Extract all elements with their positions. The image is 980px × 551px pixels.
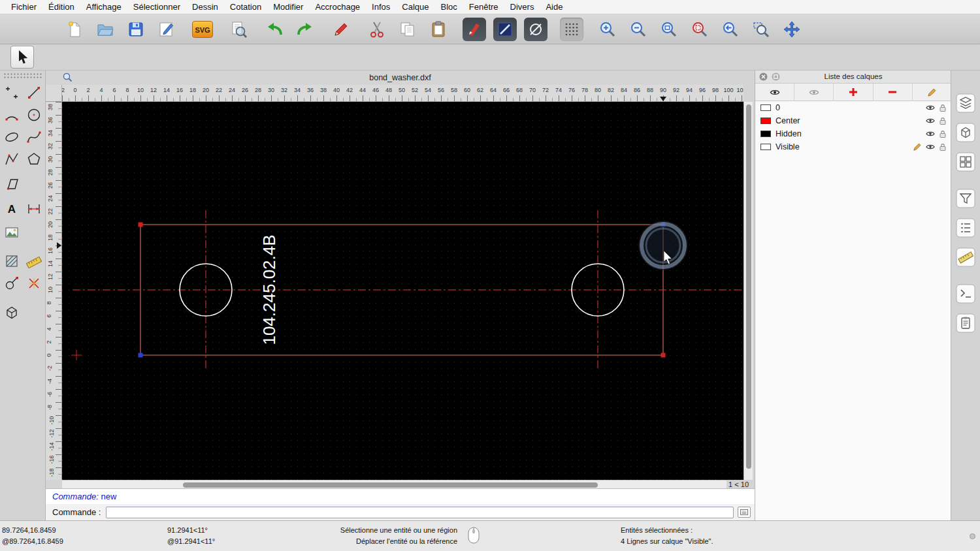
polyline-tool-button[interactable] xyxy=(1,149,22,170)
measure-tool-button[interactable] xyxy=(24,251,44,272)
hide-all-layers-button[interactable] xyxy=(794,84,834,101)
vertical-scrollbar[interactable] xyxy=(743,102,753,480)
grip-bottom-right[interactable] xyxy=(661,353,666,358)
arc-tool-button[interactable] xyxy=(1,104,22,125)
menu-infos[interactable]: Infos xyxy=(366,2,396,12)
copy-button[interactable] xyxy=(396,18,419,41)
menu-fenetre[interactable]: Fenêtre xyxy=(463,2,504,12)
horizontal-scrollbar[interactable] xyxy=(62,480,743,488)
dock-layer-list-button[interactable] xyxy=(955,93,976,114)
grid-toggle[interactable] xyxy=(560,18,583,41)
undo-button[interactable] xyxy=(263,18,286,41)
layer-visible-icon[interactable] xyxy=(926,144,935,150)
line-tool-button[interactable] xyxy=(24,82,44,103)
dock-block-list-button[interactable] xyxy=(955,122,976,143)
zoom-pan-button[interactable] xyxy=(780,18,804,41)
svg-export-button[interactable]: SVG xyxy=(191,18,214,41)
spline-tool-button[interactable] xyxy=(24,127,44,148)
layer-visible-icon[interactable] xyxy=(926,104,935,111)
zoom-in-button[interactable] xyxy=(596,18,619,41)
ellipse-tool-button[interactable] xyxy=(1,127,22,148)
h-ruler-label: 26 xyxy=(242,87,248,93)
new-file-button[interactable] xyxy=(63,18,86,41)
points-tool-button[interactable] xyxy=(1,82,22,103)
dock-clipboard-button[interactable] xyxy=(955,313,976,334)
menu-affichage[interactable]: Affichage xyxy=(80,2,127,12)
line-attributes-toggle[interactable] xyxy=(493,18,517,41)
dock-library-button[interactable] xyxy=(955,151,976,172)
menu-calque[interactable]: Calque xyxy=(396,2,434,12)
menu-aide[interactable]: Aide xyxy=(540,2,568,12)
command-options-button[interactable] xyxy=(738,507,751,518)
drawing-canvas[interactable]: 104.245.02.4B xyxy=(62,102,743,480)
menu-cotation[interactable]: Cotation xyxy=(224,2,267,12)
dock-command-button[interactable] xyxy=(955,283,976,304)
command-input[interactable] xyxy=(106,507,734,518)
show-all-layers-button[interactable] xyxy=(755,84,794,101)
grip-top-left[interactable] xyxy=(139,223,143,227)
polygon-tool-button[interactable] xyxy=(24,149,44,170)
remove-layer-button[interactable] xyxy=(874,84,913,101)
text-tool-button[interactable]: A xyxy=(1,198,22,219)
zoom-auto-button[interactable] xyxy=(657,18,681,41)
circle-tool-button[interactable] xyxy=(24,104,44,125)
vertical-scrollbar-thumb[interactable] xyxy=(746,104,751,469)
selection-status: Entités sélectionnées : 4 Lignes sur cal… xyxy=(621,525,713,547)
dock-list-button[interactable] xyxy=(955,217,976,238)
menu-selectionner[interactable]: Sélectionner xyxy=(127,2,186,12)
shape-tool-button[interactable] xyxy=(1,273,22,294)
dock-filter-button[interactable] xyxy=(955,188,976,209)
layer-row-0[interactable]: 0 xyxy=(755,101,951,114)
paste-button[interactable] xyxy=(427,18,450,41)
menu-accrochage[interactable]: Accrochage xyxy=(309,2,366,12)
pen-toolbar-toggle[interactable] xyxy=(463,18,486,41)
save-button[interactable] xyxy=(124,18,148,41)
select-tool-button[interactable] xyxy=(10,46,34,69)
layer-row-center[interactable]: Center xyxy=(755,114,951,127)
zoom-window-button[interactable] xyxy=(749,18,773,41)
menu-fichier[interactable]: Fichier xyxy=(5,2,42,12)
image-tool-button[interactable] xyxy=(1,222,22,243)
menu-modifier[interactable]: Modifier xyxy=(267,2,309,12)
grip-bottom-left[interactable] xyxy=(139,353,143,358)
explode-tool-button[interactable] xyxy=(24,273,44,294)
layer-row-hidden[interactable]: Hidden xyxy=(755,127,951,140)
zoom-selection-button[interactable] xyxy=(688,18,711,41)
edit-layer-button[interactable] xyxy=(913,84,951,101)
dock-measure-button[interactable] xyxy=(955,247,976,268)
cut-button[interactable] xyxy=(365,18,389,41)
menu-bloc[interactable]: Bloc xyxy=(434,2,463,12)
layer-lock-icon[interactable] xyxy=(939,143,946,151)
add-layer-button[interactable] xyxy=(834,84,873,101)
red-pen-button[interactable] xyxy=(329,18,353,41)
menu-edition[interactable]: Édition xyxy=(42,2,80,12)
layer-editing-pencil-icon[interactable] xyxy=(913,143,921,151)
layer-row-visible[interactable]: Visible xyxy=(755,140,951,153)
layer-lock-icon[interactable] xyxy=(939,130,946,138)
svg-export-icon: SVG xyxy=(192,21,212,38)
absolute-coordinates: 89.7264,16.8459 @89.7264,16.8459 xyxy=(2,525,63,547)
open-file-button[interactable] xyxy=(93,18,117,41)
menu-divers[interactable]: Divers xyxy=(504,2,540,12)
layer-visible-icon[interactable] xyxy=(926,131,935,137)
redo-button[interactable] xyxy=(293,18,317,41)
dimension-tool-button[interactable] xyxy=(24,198,44,219)
print-preview-button[interactable] xyxy=(227,18,250,41)
undo-icon xyxy=(266,21,283,38)
palette-drag-handle[interactable] xyxy=(3,72,42,80)
edit-drawing-button[interactable] xyxy=(155,18,178,41)
hatch-tool-button[interactable] xyxy=(1,251,22,272)
layer-lock-icon[interactable] xyxy=(939,104,946,112)
box3d-tool-button[interactable] xyxy=(1,302,22,323)
abs-coordinate: 89.7264,16.8459 xyxy=(2,525,63,536)
menu-dessin[interactable]: Dessin xyxy=(186,2,224,12)
horizontal-scrollbar-thumb[interactable] xyxy=(183,482,598,488)
zoom-out-button[interactable] xyxy=(627,18,650,41)
h-ruler-label: 56 xyxy=(438,87,444,93)
paste-icon xyxy=(430,21,447,38)
layer-visible-icon[interactable] xyxy=(926,118,935,124)
circle-attributes-toggle[interactable] xyxy=(524,18,547,41)
parallelogram-tool-button[interactable] xyxy=(1,174,22,195)
zoom-previous-button[interactable] xyxy=(719,18,742,41)
layer-lock-icon[interactable] xyxy=(939,117,946,125)
